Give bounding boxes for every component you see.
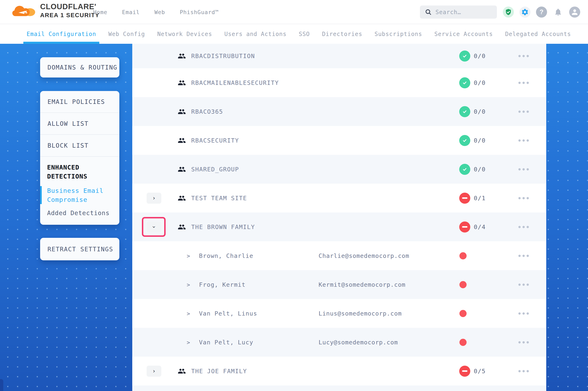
member-email: Charlie@somedemocorp.com	[318, 252, 409, 259]
row-actions-menu[interactable]	[518, 110, 529, 113]
row-actions-menu[interactable]	[518, 139, 529, 141]
sidebar-item-block-list[interactable]: BLOCK LIST	[40, 135, 119, 157]
group-row: RBACSECURITY0/0	[132, 126, 546, 155]
member-name[interactable]: Frog, Kermit	[199, 281, 246, 288]
group-row: ›THE BROWN FAMILY0/4	[132, 212, 546, 241]
row-actions-menu[interactable]	[518, 370, 529, 372]
status-blocked-badge	[459, 193, 470, 204]
top-nav-item-web[interactable]: Web	[154, 9, 165, 15]
top-nav-item-phishguard-[interactable]: PhishGuard™	[180, 9, 219, 15]
status-blocked-badge	[459, 366, 470, 377]
member-caret-icon[interactable]: >	[187, 339, 190, 345]
sidebar-item-email-policies[interactable]: EMAIL POLICIES	[40, 91, 119, 113]
tab-email-configuration[interactable]: Email Configuration	[27, 24, 96, 44]
groups-table: RBACDISTRUBUTION0/0RBACMAILENABLESECURIT…	[132, 44, 546, 391]
row-actions-menu[interactable]	[518, 341, 529, 343]
brand-subtitle: AREA 1 SECURITY	[40, 12, 100, 19]
group-name[interactable]: THE JOE FAMILY	[191, 368, 247, 375]
status-blocked-badge	[459, 221, 470, 232]
row-actions-menu[interactable]	[518, 168, 529, 170]
minus-icon	[462, 226, 467, 228]
member-count: 0/1	[474, 195, 486, 202]
top-header: CLOUDFLARE' AREA 1 SECURITY HomeEmailWeb…	[0, 0, 588, 24]
tab-users-and-actions[interactable]: Users and Actions	[224, 24, 287, 44]
tab-network-devices[interactable]: Network Devices	[157, 24, 212, 44]
status-ok-badge	[459, 164, 470, 175]
tab-directories[interactable]: Directories	[322, 24, 362, 44]
group-people-icon	[177, 194, 186, 202]
status-flagged-dot	[459, 252, 467, 259]
group-name[interactable]: TEST TEAM SITE	[191, 195, 247, 202]
row-actions-menu[interactable]	[518, 255, 529, 257]
member-caret-icon[interactable]: >	[187, 253, 190, 259]
member-count: 0/0	[474, 166, 486, 173]
chevron-right-icon: ›	[152, 195, 156, 201]
member-count: 0/5	[474, 368, 486, 375]
tab-delegated-accounts[interactable]: Delegated Accounts	[505, 24, 571, 44]
sidebar-item-added-detections[interactable]: Added Detections	[47, 209, 114, 216]
row-actions-menu[interactable]	[518, 312, 529, 314]
status-flagged-dot	[459, 339, 467, 346]
group-name[interactable]: THE BROWN FAMILY	[191, 223, 255, 230]
status-ok-badge	[459, 51, 470, 62]
sidebar-item-business-email-compromise[interactable]: Business Email Compromise	[40, 186, 114, 204]
member-name[interactable]: Van Pelt, Linus	[199, 310, 257, 317]
search-box[interactable]	[420, 5, 497, 19]
member-count: 0/0	[474, 53, 486, 60]
partial-row	[132, 386, 546, 391]
tab-service-accounts[interactable]: Service Accounts	[435, 24, 493, 44]
tab-web-config[interactable]: Web Config	[108, 24, 145, 44]
tab-subscriptions[interactable]: Subscriptions	[374, 24, 422, 44]
group-name[interactable]: RBACDISTRUBUTION	[191, 53, 255, 60]
row-actions-menu[interactable]	[518, 82, 529, 84]
collapsed-side-tab[interactable]	[0, 379, 3, 391]
expand-group-button[interactable]: ›	[147, 193, 161, 204]
row-actions-menu[interactable]	[518, 197, 529, 199]
group-name[interactable]: RBACMAILENABLESECURITY	[191, 79, 279, 86]
member-caret-icon[interactable]: >	[187, 310, 190, 316]
search-input[interactable]	[436, 9, 491, 15]
group-name[interactable]: SHARED_GROUP	[191, 166, 239, 173]
group-row: RBACMAILENABLESECURITY0/0	[132, 68, 546, 97]
member-caret-icon[interactable]: >	[187, 281, 190, 288]
gear-icon[interactable]	[519, 6, 530, 18]
group-name[interactable]: RBACSECURITY	[191, 137, 239, 144]
top-nav-item-email[interactable]: Email	[122, 9, 140, 15]
status-ok-badge	[459, 135, 470, 146]
group-row: RBACDISTRUBUTION0/0	[132, 44, 546, 68]
member-count: 0/0	[474, 137, 486, 144]
status-ok-badge	[459, 106, 470, 117]
status-flagged-dot	[459, 310, 467, 317]
domains-routing-label: DOMAINS & ROUTING	[47, 64, 117, 71]
sidebar-card-domains-routing[interactable]: DOMAINS & ROUTING	[40, 57, 119, 78]
search-icon	[425, 8, 432, 15]
sidebar-card-retract-settings[interactable]: RETRACT SETTINGS	[40, 238, 119, 260]
config-tabs: Email ConfigurationWeb ConfigNetwork Dev…	[0, 24, 588, 44]
group-row: ›TEST TEAM SITE0/1	[132, 184, 546, 212]
status-ok-badge	[459, 77, 470, 88]
tab-sso[interactable]: SSO	[299, 24, 310, 44]
member-name[interactable]: Van Pelt, Lucy	[199, 339, 253, 346]
group-name[interactable]: RBACO365	[191, 108, 223, 115]
row-actions-menu[interactable]	[518, 284, 529, 286]
group-people-icon	[177, 367, 186, 375]
bell-icon[interactable]	[553, 6, 564, 18]
member-email: Kermit@somedemocorp.com	[318, 281, 406, 288]
group-people-icon	[177, 223, 186, 231]
shield-check-icon[interactable]	[503, 6, 514, 18]
enhanced-detections-section: ENHANCED DETECTIONS Business Email Compr…	[40, 157, 119, 216]
avatar-icon[interactable]	[569, 6, 580, 18]
sidebar-item-allow-list[interactable]: ALLOW LIST	[40, 113, 119, 135]
content-area: DOMAINS & ROUTING EMAIL POLICIES ALLOW L…	[0, 44, 588, 391]
help-icon[interactable]: ?	[536, 6, 547, 18]
expand-group-button[interactable]: ›	[147, 366, 161, 377]
status-flagged-dot	[459, 281, 467, 288]
cloudflare-logo: CLOUDFLARE' AREA 1 SECURITY	[12, 2, 100, 19]
cloudflare-cloud-icon	[12, 3, 36, 18]
row-actions-menu[interactable]	[518, 226, 529, 228]
member-name[interactable]: Brown, Charlie	[199, 252, 253, 259]
group-people-icon	[177, 136, 186, 145]
top-nav-item-home[interactable]: Home	[93, 9, 107, 15]
row-actions-menu[interactable]	[518, 55, 529, 57]
member-row: >Brown, CharlieCharlie@somedemocorp.com	[132, 241, 546, 270]
